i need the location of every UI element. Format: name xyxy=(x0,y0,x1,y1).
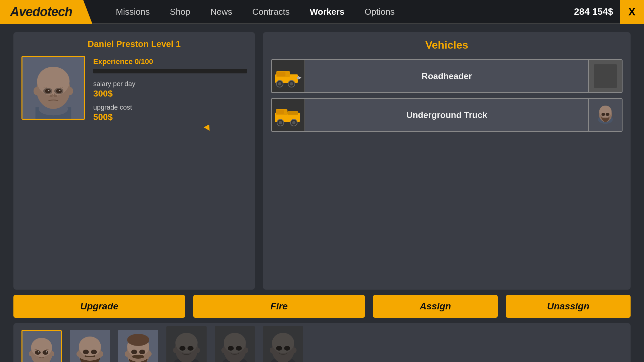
upgrade-button[interactable]: Upgrade xyxy=(13,295,185,318)
vehicle-image-underground-truck xyxy=(272,98,305,132)
balance-display: 284 154$ xyxy=(574,6,613,17)
workers-list-panel: Daniel Preston Danny Smith xyxy=(13,323,631,362)
lucas-henderson-portrait xyxy=(166,326,207,362)
svg-point-7 xyxy=(67,87,73,95)
thomas-anderson-portrait xyxy=(263,326,303,362)
vehicle-row-underground-truck[interactable]: Underground Truck xyxy=(271,98,623,132)
fire-button[interactable]: Fire xyxy=(193,295,365,318)
nav-item-shop[interactable]: Shop xyxy=(160,7,200,17)
svg-point-32 xyxy=(292,121,296,124)
nav-item-news[interactable]: News xyxy=(200,7,242,17)
nav-item-contracts[interactable]: Contracts xyxy=(242,7,300,17)
worker-thumb-jason-moure xyxy=(118,330,158,362)
topbar: Avedotech Missions Shop News Contracts W… xyxy=(0,0,644,24)
svg-point-15 xyxy=(54,95,57,97)
worker-card-michael-jefferson[interactable]: Michael Jefferson xyxy=(215,326,255,362)
svg-point-48 xyxy=(35,350,41,355)
assigned-worker-icon xyxy=(594,103,617,127)
xp-bar xyxy=(93,69,247,73)
svg-point-84 xyxy=(228,346,234,351)
svg-point-73 xyxy=(175,333,198,353)
svg-point-76 xyxy=(179,346,185,351)
svg-point-74 xyxy=(173,348,177,353)
worker-thumb-thomas-anderson xyxy=(263,326,303,362)
vehicle-image-roadheader xyxy=(272,59,305,93)
assign-button[interactable]: Assign xyxy=(373,295,498,318)
svg-point-6 xyxy=(34,87,39,95)
svg-point-45 xyxy=(31,338,52,357)
worker-card-thomas-anderson[interactable]: Thomas Anderson xyxy=(263,326,303,362)
vehicle-name-underground-truck: Underground Truck xyxy=(305,110,588,120)
svg-point-37 xyxy=(599,106,612,117)
svg-point-85 xyxy=(236,346,242,351)
salary-value: 300$ xyxy=(93,88,247,99)
jason-moure-portrait xyxy=(118,330,158,362)
svg-point-93 xyxy=(284,346,290,351)
close-button[interactable]: X xyxy=(620,0,644,24)
svg-point-40 xyxy=(602,113,605,116)
svg-point-67 xyxy=(131,350,137,354)
svg-point-64 xyxy=(127,334,149,346)
svg-point-31 xyxy=(279,121,282,124)
worker-stats: Experience 0/100 salary per day 300$ upg… xyxy=(93,56,247,127)
svg-point-14 xyxy=(49,95,53,97)
svg-rect-23 xyxy=(297,77,299,79)
svg-point-77 xyxy=(187,346,194,351)
vehicle-slot-underground-truck xyxy=(588,98,622,132)
svg-point-55 xyxy=(79,337,101,357)
logo: Avedotech xyxy=(0,0,92,24)
vehicle-row-roadheader[interactable]: Roadheader xyxy=(271,59,623,93)
unassign-button[interactable]: Unassign xyxy=(506,295,631,318)
svg-point-10 xyxy=(45,89,51,94)
action-row-right: Assign Unassign xyxy=(373,295,631,318)
vehicle-slot-roadheader xyxy=(588,59,622,93)
worker-card-danny-smith[interactable]: Danny Smith xyxy=(70,330,110,362)
nav-item-options[interactable]: Options xyxy=(355,7,405,17)
xp-label: Experience 0/100 xyxy=(93,57,247,66)
worker-card-lucas-henderson[interactable]: Lucas Henderson xyxy=(166,326,207,362)
worker-info: Experience 0/100 salary per day 300$ upg… xyxy=(21,56,247,127)
svg-point-59 xyxy=(91,350,97,354)
svg-rect-25 xyxy=(594,64,617,88)
svg-rect-24 xyxy=(277,72,285,76)
worker-card-daniel-preston[interactable]: Daniel Preston xyxy=(21,330,62,362)
worker-card-jason-moure[interactable]: Jason Moure xyxy=(118,330,158,362)
worker-thumb-lucas-henderson xyxy=(166,326,207,362)
svg-point-46 xyxy=(29,351,33,356)
worker-thumb-danny-smith xyxy=(70,330,110,362)
svg-point-69 xyxy=(132,355,144,359)
nav: Missions Shop News Contracts Workers Opt… xyxy=(92,7,574,17)
svg-point-12 xyxy=(48,90,50,91)
svg-point-83 xyxy=(244,348,248,353)
worker-thumb-michael-jefferson xyxy=(215,326,255,362)
michael-jefferson-portrait xyxy=(215,326,255,362)
svg-point-66 xyxy=(148,351,152,357)
svg-point-75 xyxy=(196,348,200,353)
svg-point-82 xyxy=(221,348,225,353)
worker-thumb-daniel-preston xyxy=(21,330,62,362)
svg-point-58 xyxy=(83,350,89,354)
svg-point-51 xyxy=(46,351,47,353)
svg-point-89 xyxy=(272,333,294,353)
nav-item-workers[interactable]: Workers xyxy=(300,7,355,17)
svg-rect-33 xyxy=(276,110,284,114)
svg-point-92 xyxy=(276,346,282,351)
svg-point-20 xyxy=(278,82,281,85)
svg-point-68 xyxy=(139,350,145,354)
empty-slot-icon xyxy=(594,64,617,88)
upgrade-cost-value: 500$ xyxy=(93,112,247,122)
nav-item-missions[interactable]: Missions xyxy=(106,7,160,17)
logo-text: Avedotech xyxy=(10,5,72,19)
danny-smith-portrait xyxy=(70,330,110,362)
action-row: Upgrade Fire Assign Unassign xyxy=(0,295,644,318)
worker-detail-title: Daniel Preston Level 1 xyxy=(21,39,247,49)
svg-point-50 xyxy=(38,351,40,353)
svg-point-5 xyxy=(37,67,70,96)
worker-portrait xyxy=(21,56,85,120)
vehicles-panel: Vehicles Roadheader xyxy=(263,32,631,290)
worker-portrait-svg xyxy=(22,57,84,119)
upgrade-cost-label: upgrade cost xyxy=(93,104,247,111)
svg-point-47 xyxy=(51,351,54,356)
daniel-preston-portrait xyxy=(22,330,61,362)
salary-label: salary per day xyxy=(93,80,247,88)
